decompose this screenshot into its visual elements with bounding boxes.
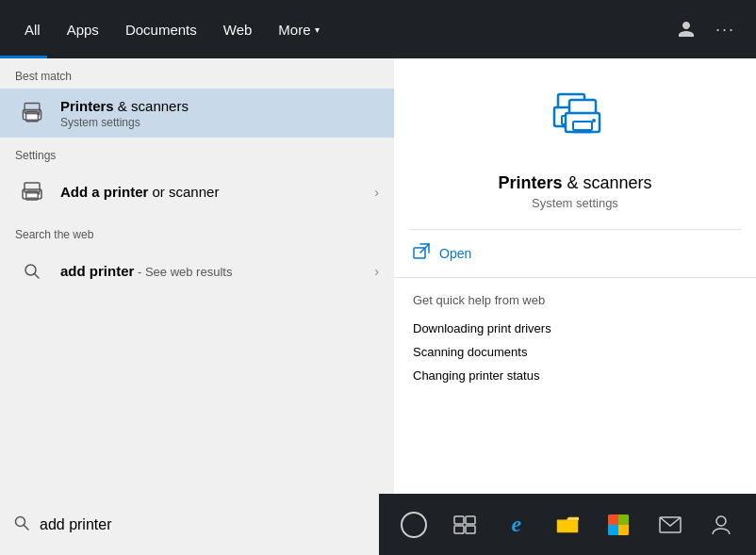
web-search-icon <box>15 254 49 288</box>
web-help-item-2[interactable]: Scanning documents <box>413 340 737 364</box>
edge-button[interactable]: e <box>498 506 535 544</box>
right-web-help: Get quick help from web Downloading prin… <box>394 278 756 395</box>
taskbar-icons: e <box>379 506 756 544</box>
svg-line-25 <box>24 525 28 530</box>
best-match-label: Best match <box>0 58 394 89</box>
taskbar-search-icon <box>13 514 30 535</box>
open-button[interactable]: Open <box>394 230 756 277</box>
web-item-arrow: › <box>374 264 379 279</box>
mail-icon <box>659 516 682 533</box>
right-app-subtitle: System settings <box>532 196 618 210</box>
add-printer-settings-item[interactable]: Add a printer or scanner › <box>0 168 394 217</box>
svg-rect-29 <box>466 526 475 533</box>
printer-icon <box>15 96 49 130</box>
svg-rect-3 <box>26 114 38 120</box>
svg-point-9 <box>38 192 40 194</box>
mail-button[interactable] <box>651 506 689 544</box>
cortana-icon <box>401 512 427 538</box>
store-icon <box>608 514 629 535</box>
web-search-label: Search the web <box>0 217 394 247</box>
svg-point-31 <box>716 516 726 526</box>
settings-item-title: Add a printer or scanner <box>60 183 374 202</box>
settings-item-text: Add a printer or scanner <box>60 183 374 202</box>
nav-documents[interactable]: Documents <box>112 0 210 58</box>
best-match-title: Printers & scanners <box>60 97 379 116</box>
svg-point-21 <box>592 119 596 122</box>
taskbar: e <box>0 494 756 555</box>
svg-rect-27 <box>466 516 475 524</box>
nav-more[interactable]: More ▾ <box>265 0 332 58</box>
edge-icon: e <box>511 512 521 537</box>
svg-rect-26 <box>454 516 464 524</box>
svg-rect-28 <box>454 526 464 533</box>
web-item-text: add printer - See web results <box>60 262 374 281</box>
settings-item-arrow: › <box>374 185 379 200</box>
best-match-subtitle: System settings <box>60 116 379 129</box>
open-icon <box>413 243 430 264</box>
top-navigation: All Apps Documents Web More ▾ ··· <box>0 0 756 58</box>
left-panel: Best match Printers & scanners System se… <box>0 58 394 494</box>
svg-rect-20 <box>573 122 592 130</box>
right-panel: Printers & scanners System settings Open… <box>394 58 756 494</box>
taskbar-search-input[interactable] <box>40 516 366 533</box>
ellipsis-icon-btn[interactable]: ··· <box>706 0 745 58</box>
right-app-info: Printers & scanners System settings <box>394 58 756 229</box>
cortana-button[interactable] <box>395 506 433 544</box>
weather-icon <box>710 514 732 536</box>
file-explorer-button[interactable] <box>549 506 586 544</box>
svg-rect-8 <box>26 193 38 198</box>
right-printer-icon <box>537 87 613 162</box>
web-search-item[interactable]: add printer - See web results › <box>0 247 394 296</box>
file-explorer-icon <box>556 515 579 534</box>
more-dropdown-arrow: ▾ <box>315 24 320 35</box>
weather-button[interactable] <box>702 506 740 544</box>
web-help-item-1[interactable]: Downloading print drivers <box>413 317 737 340</box>
nav-web[interactable]: Web <box>210 0 266 58</box>
best-match-item[interactable]: Printers & scanners System settings <box>0 89 394 138</box>
task-view-icon <box>453 515 476 534</box>
task-view-button[interactable] <box>446 506 484 544</box>
right-app-name: Printers & scanners <box>498 173 651 193</box>
nav-apps[interactable]: Apps <box>54 0 112 58</box>
svg-line-11 <box>35 274 40 279</box>
web-item-title: add printer - See web results <box>60 262 374 281</box>
settings-printer-icon <box>15 175 49 209</box>
best-match-text: Printers & scanners System settings <box>60 97 379 129</box>
web-help-item-3[interactable]: Changing printer status <box>413 364 737 387</box>
ellipsis-icon: ··· <box>715 20 735 40</box>
store-button[interactable] <box>600 506 637 544</box>
svg-point-4 <box>38 113 41 116</box>
main-content: Best match Printers & scanners System se… <box>0 58 756 494</box>
web-help-title: Get quick help from web <box>413 293 737 307</box>
settings-label: Settings <box>0 138 394 168</box>
open-label: Open <box>439 246 471 261</box>
person-icon-btn[interactable] <box>666 0 706 58</box>
nav-all[interactable]: All <box>11 0 54 58</box>
taskbar-search-box[interactable] <box>0 494 379 555</box>
